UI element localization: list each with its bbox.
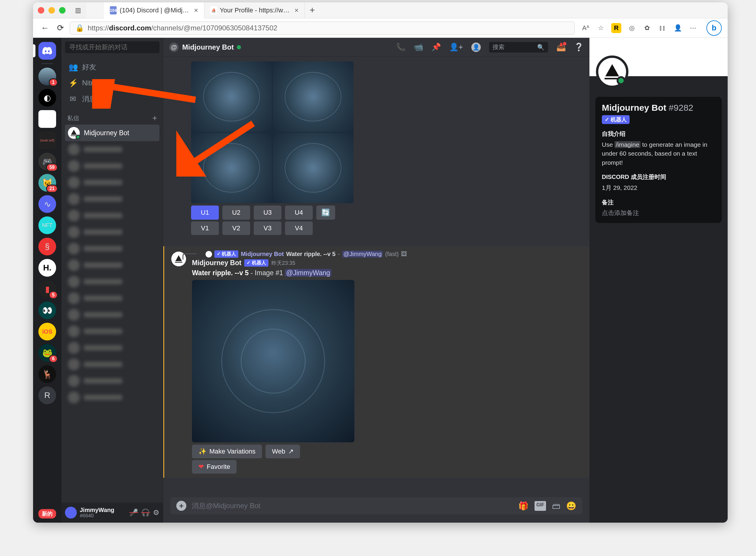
message-mention[interactable]: @JimmyWang (285, 269, 331, 277)
maximize-window-button[interactable] (59, 7, 66, 13)
server-item[interactable]: ▮5 (38, 280, 56, 298)
voice-call-icon[interactable]: 📞 (396, 42, 406, 52)
server-item[interactable]: 🐸6 (38, 344, 56, 362)
minimize-window-button[interactable] (48, 7, 55, 13)
server-item[interactable]: § (38, 238, 56, 255)
dm-item-redacted[interactable] (65, 174, 160, 191)
server-item[interactable]: iOS (38, 323, 56, 341)
u4-button[interactable]: U4 (285, 206, 313, 220)
close-tab-icon[interactable]: × (295, 6, 299, 14)
u2-button[interactable]: U2 (222, 206, 250, 220)
server-item[interactable]: 🎮59 (38, 153, 56, 170)
gif-icon[interactable]: GIF (535, 501, 546, 511)
server-item[interactable]: [weak self] (38, 131, 56, 149)
favorite-icon[interactable]: ☆ (596, 23, 606, 33)
text-size-icon[interactable]: Aᴬ (581, 23, 591, 33)
video-call-icon[interactable]: 📹 (414, 42, 423, 52)
profile-icon[interactable]: 👤 (673, 23, 683, 33)
dm-item-redacted[interactable] (65, 340, 160, 356)
refresh-button[interactable]: ⟳ (54, 22, 66, 34)
server-item[interactable]: 1 (38, 68, 56, 85)
server-discord-home[interactable] (38, 42, 56, 60)
u1-button[interactable]: U1 (191, 206, 219, 220)
mute-mic-icon[interactable]: 🎤 (129, 509, 138, 517)
sidebar-toggle-icon[interactable]: ▥ (74, 6, 82, 14)
reroll-button[interactable]: 🔄 (316, 206, 335, 220)
server-item[interactable]: H. (38, 259, 56, 277)
favorite-button[interactable]: ❤Favorite (192, 460, 237, 474)
pin-icon[interactable]: 📌 (432, 42, 441, 52)
generated-image[interactable] (192, 280, 354, 442)
server-item[interactable]: ◐ (38, 89, 56, 107)
user-info[interactable]: JimmyWang #6640 (80, 507, 114, 519)
profile-avatar[interactable] (596, 56, 628, 88)
quick-switcher-input[interactable] (65, 41, 160, 53)
close-tab-icon[interactable]: × (194, 6, 198, 14)
attach-icon[interactable]: + (176, 501, 186, 511)
web-button[interactable]: Web↗ (266, 445, 300, 458)
emoji-icon[interactable]: 😀 (566, 501, 577, 511)
v3-button[interactable]: V3 (254, 221, 281, 235)
dm-item-redacted[interactable] (65, 373, 160, 389)
browser-tab-midjourney-profile[interactable]: ⛵ Your Profile - https://www.mid… × (204, 2, 305, 18)
nitro-nav[interactable]: ⚡Nitro (65, 75, 160, 91)
add-friend-icon[interactable]: 👤+ (449, 42, 463, 52)
user-profile-icon[interactable]: 👤 (471, 42, 481, 52)
server-item[interactable]: NFT (38, 216, 56, 234)
v4-button[interactable]: V4 (285, 221, 313, 235)
dm-item-redacted[interactable] (65, 356, 160, 373)
dm-item-redacted[interactable] (65, 207, 160, 224)
action-buttons-2: ❤Favorite (192, 460, 582, 474)
server-item[interactable]: 👀 (38, 302, 56, 319)
server-item[interactable]: R (38, 386, 56, 404)
server-item[interactable] (38, 110, 56, 128)
extensions-icon[interactable]: ✿ (642, 23, 652, 33)
collections-icon[interactable]: ⫿⫿ (657, 23, 667, 33)
dm-item-redacted[interactable] (65, 141, 160, 158)
deafen-icon[interactable]: 🎧 (141, 509, 150, 517)
browser-tab-discord[interactable]: 104 (104) Discord | @Midjourney B… × (104, 2, 204, 18)
message-input[interactable]: + 消息@Midjourney Bot 🎁 GIF 🗃 😀 (170, 497, 582, 514)
chat-search[interactable]: 搜索🔍 (489, 42, 548, 53)
more-icon[interactable]: ⋯ (688, 23, 698, 33)
extension-r-icon[interactable]: R (611, 23, 621, 33)
reply-reference[interactable]: ✓ 机器人 Midjourney Bot Water ripple. --v 5… (192, 250, 582, 258)
dm-item-redacted[interactable] (65, 158, 160, 174)
address-bar[interactable]: 🔒 https://discord.com/channels/@me/10709… (70, 22, 575, 35)
dm-item-midjourney[interactable]: Midjourney Bot (65, 125, 160, 141)
help-icon[interactable]: ❔ (574, 42, 584, 52)
dm-item-redacted[interactable] (65, 307, 160, 323)
new-servers-pill[interactable]: 新的 (38, 509, 56, 519)
u3-button[interactable]: U3 (254, 206, 281, 220)
dm-item-redacted[interactable] (65, 240, 160, 257)
sticker-icon[interactable]: 🗃 (552, 501, 560, 511)
bing-button[interactable]: b (707, 21, 722, 36)
dm-item-redacted[interactable] (65, 191, 160, 207)
back-button[interactable]: ← (39, 22, 51, 34)
dm-item-redacted[interactable] (65, 224, 160, 240)
v2-button[interactable]: V2 (222, 221, 250, 235)
user-avatar[interactable] (65, 507, 77, 519)
image-grid[interactable] (191, 61, 353, 203)
new-tab-button[interactable]: + (305, 5, 320, 15)
close-window-button[interactable] (38, 7, 44, 13)
create-dm-icon[interactable]: + (152, 113, 157, 123)
server-item[interactable]: 😺21 (38, 174, 56, 192)
dm-item-redacted[interactable] (65, 323, 160, 340)
dm-item-redacted[interactable] (65, 389, 160, 406)
message-requests-nav[interactable]: ✉消息请求 (65, 91, 160, 107)
extension-circle-icon[interactable]: ◎ (627, 23, 637, 33)
settings-icon[interactable]: ⚙ (153, 509, 160, 517)
dm-item-redacted[interactable] (65, 257, 160, 273)
server-item[interactable]: ∿ (38, 195, 56, 213)
server-item[interactable]: 🦌 (38, 365, 56, 383)
dm-item-redacted[interactable] (65, 273, 160, 290)
friends-nav[interactable]: 👥好友 (65, 59, 160, 75)
v1-button[interactable]: V1 (191, 221, 219, 235)
message-author[interactable]: Midjourney Bot (192, 259, 241, 267)
note-placeholder[interactable]: 点击添加备注 (602, 209, 715, 217)
inbox-icon[interactable]: 📥 (556, 42, 566, 52)
make-variations-button[interactable]: ✨Make Variations (192, 445, 262, 458)
dm-item-redacted[interactable] (65, 290, 160, 307)
gift-icon[interactable]: 🎁 (518, 501, 528, 511)
